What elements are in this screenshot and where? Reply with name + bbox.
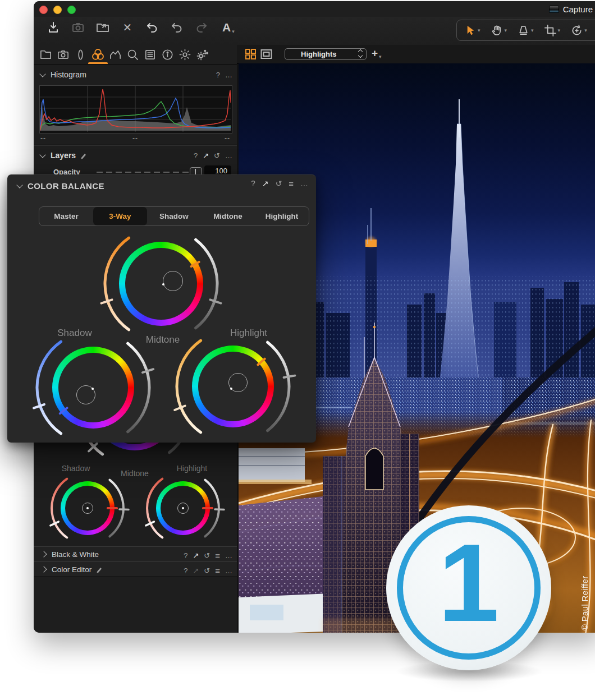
expand-icon[interactable]: ↗	[193, 551, 199, 560]
annotation-tool-label: A	[222, 21, 231, 34]
tab-info[interactable]	[159, 46, 176, 63]
brush-icon	[96, 566, 103, 573]
tab-adjustments[interactable]	[176, 46, 194, 63]
color-balance-title: COLOR BALANCE	[28, 181, 104, 191]
pan-hand-tool[interactable]: ▾	[491, 24, 507, 37]
chevron-down-icon: ▾	[584, 28, 587, 33]
expand-icon[interactable]: ↗	[203, 151, 209, 160]
more-icon[interactable]: …	[225, 567, 232, 575]
zoom-window-button[interactable]	[67, 6, 76, 14]
layers-title: Layers	[51, 151, 76, 160]
grid-view-icon[interactable]	[244, 48, 257, 61]
color-balance-header[interactable]: COLOR BALANCE ? ↗ ↺ ≡ …	[7, 175, 316, 196]
reset-icon[interactable]: ↺	[276, 179, 282, 188]
export-button[interactable]	[95, 20, 110, 35]
window-title: Capture	[549, 4, 593, 14]
chevron-down-icon: ▾	[505, 28, 507, 33]
close-icon: ✕	[123, 22, 132, 33]
histogram-header[interactable]: Histogram ? …	[34, 66, 237, 83]
tab-process[interactable]	[194, 46, 211, 63]
document-icon	[549, 6, 559, 13]
main-toolbar: ✕ A ▾ ▾ ▾ ▾ ▾ ▾ /	[34, 17, 595, 45]
reset-adjustments-button[interactable]	[145, 20, 159, 35]
proof-view-icon[interactable]	[260, 48, 273, 61]
more-icon[interactable]: …	[300, 179, 308, 188]
black-and-white-section[interactable]: Black & White ? ↗ ↺ ≡ …	[34, 546, 237, 562]
help-icon[interactable]: ?	[184, 567, 187, 575]
histogram-chart	[39, 85, 232, 133]
highlight-color-wheel[interactable]	[168, 322, 298, 451]
annotation-tool-button[interactable]: A ▾	[222, 21, 235, 34]
tab-details[interactable]	[124, 46, 141, 63]
select-cursor-tool[interactable]: ▾	[464, 24, 480, 37]
histogram-tick: --	[132, 135, 138, 142]
more-icon[interactable]: …	[225, 71, 232, 79]
histogram-svg	[40, 86, 231, 132]
help-icon[interactable]: ?	[216, 71, 220, 79]
background-highlight-wheel[interactable]	[144, 469, 222, 547]
layers-header[interactable]: Layers ? ↗ ↺ …	[34, 147, 237, 164]
color-balance-panel[interactable]: COLOR BALANCE ? ↗ ↺ ≡ … Master 3-Way Sha…	[7, 174, 316, 443]
chevron-down-icon: ▾	[232, 29, 235, 34]
menu-icon[interactable]: ≡	[215, 566, 220, 575]
shadow-color-wheel[interactable]	[29, 323, 158, 452]
color-editor-section[interactable]: Color Editor ? ↗ ↺ ≡ …	[34, 561, 237, 577]
tab-capture[interactable]	[54, 46, 72, 63]
close-window-button[interactable]	[39, 6, 48, 14]
menu-icon[interactable]: ≡	[289, 179, 294, 188]
undo-button[interactable]	[170, 20, 184, 35]
capture-one-logo: 1	[386, 505, 551, 670]
tab-metadata[interactable]	[141, 46, 159, 63]
delete-button[interactable]: ✕	[120, 20, 135, 35]
tab-highlight[interactable]: Highlight	[255, 207, 309, 225]
help-icon[interactable]: ?	[184, 551, 187, 560]
tether-camera-button[interactable]	[71, 20, 85, 35]
window-title-text: Capture	[563, 4, 593, 14]
histogram-tick: --	[40, 135, 46, 142]
chevron-down-icon	[16, 182, 22, 188]
reset-icon[interactable]: ↺	[214, 151, 220, 160]
more-icon[interactable]: …	[225, 151, 232, 160]
plus-icon: +	[372, 47, 378, 59]
stepper-chevrons-icon	[359, 50, 362, 57]
expand-icon[interactable]: ↗	[193, 567, 199, 575]
opacity-slider-track[interactable]	[97, 172, 191, 173]
help-icon[interactable]: ?	[251, 179, 255, 188]
photo-credit: © Paul Reiffer	[580, 575, 589, 630]
chevron-down-icon	[39, 151, 45, 158]
tab-master[interactable]: Master	[39, 207, 93, 225]
import-button[interactable]	[46, 20, 61, 35]
help-icon[interactable]: ?	[194, 151, 198, 160]
active-tab-underline	[88, 62, 108, 64]
viewer-toolbar: Highlights + ▾	[237, 45, 595, 64]
more-icon[interactable]: …	[225, 551, 232, 560]
preset-dropdown[interactable]: Highlights	[285, 48, 367, 60]
mask-brush-tool[interactable]: ▾	[517, 24, 534, 37]
crop-tool[interactable]: ▾	[544, 24, 561, 37]
tab-exposure[interactable]	[107, 46, 124, 63]
expand-icon[interactable]: ↗	[262, 179, 269, 188]
tab-lens[interactable]	[72, 46, 89, 63]
tab-library[interactable]	[37, 46, 54, 63]
menu-icon[interactable]: ≡	[215, 551, 220, 560]
chevron-down-icon	[39, 71, 45, 77]
histogram-title: Histogram	[51, 70, 86, 79]
screenshot-root: Capture ✕ A ▾ ▾ ▾ ▾ ▾	[0, 0, 595, 700]
reset-icon[interactable]: ↺	[204, 551, 210, 560]
redo-button[interactable]	[194, 20, 209, 35]
chevron-right-icon	[40, 551, 47, 557]
tool-tab-bar	[34, 45, 237, 65]
background-shadow-wheel[interactable]	[48, 469, 127, 547]
brush-icon	[80, 152, 88, 159]
minimize-window-button[interactable]	[53, 6, 62, 14]
rotate-tool[interactable]: ▾	[570, 24, 587, 37]
tab-color[interactable]	[89, 46, 107, 63]
histogram-tick: --	[225, 135, 230, 142]
chevron-down-icon: ▾	[379, 54, 382, 59]
add-preset-button[interactable]: + ▾	[372, 47, 382, 59]
section-label: Color Editor	[52, 565, 91, 574]
preset-value: Highlights	[301, 50, 337, 58]
chevron-right-icon	[40, 566, 47, 572]
titlebar[interactable]: Capture	[34, 1, 595, 17]
reset-icon[interactable]: ↺	[204, 567, 210, 575]
